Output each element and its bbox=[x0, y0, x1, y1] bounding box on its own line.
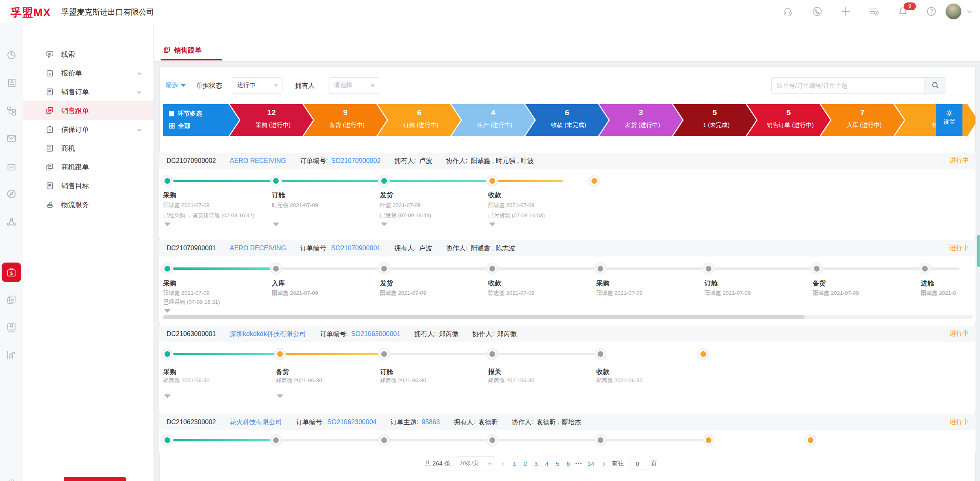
select-all-row[interactable]: 全部 bbox=[169, 122, 190, 130]
prev-page-button[interactable]: ‹ bbox=[501, 459, 505, 468]
timeline-node-1[interactable] bbox=[163, 265, 171, 273]
search-button[interactable] bbox=[924, 77, 946, 94]
timeline-node-5[interactable] bbox=[596, 436, 604, 444]
order-no-link[interactable]: SO21062300004 bbox=[327, 419, 376, 426]
subject-link[interactable]: 95863 bbox=[422, 419, 440, 426]
sidebar-item-8[interactable]: 销售目标 bbox=[23, 176, 153, 195]
customer-link[interactable]: AERO RECEIVING bbox=[230, 157, 286, 165]
timeline-node-6[interactable] bbox=[699, 350, 707, 358]
timeline-node-2[interactable] bbox=[272, 177, 280, 185]
sidebar-item-4[interactable]: 销售跟单 bbox=[23, 101, 153, 120]
book-icon[interactable] bbox=[6, 322, 17, 333]
timeline-node-8[interactable] bbox=[921, 265, 929, 273]
chevron-down-icon[interactable] bbox=[966, 8, 977, 20]
timeline-node-7[interactable] bbox=[813, 265, 821, 273]
sidebar-item-5[interactable]: $信保订单 bbox=[23, 120, 153, 139]
headset-icon[interactable] bbox=[782, 6, 793, 17]
help-icon[interactable] bbox=[926, 6, 937, 17]
pipeline-multi-select[interactable]: 环节多选全部 bbox=[163, 104, 239, 136]
timeline-node-4[interactable] bbox=[488, 350, 496, 358]
timeline-node-5[interactable] bbox=[596, 265, 604, 273]
org-tree-icon[interactable] bbox=[6, 105, 17, 116]
pipeline-step-10[interactable]: 销售 bbox=[895, 104, 976, 136]
pipeline-step-9[interactable]: 7入库 (进行中) bbox=[821, 104, 904, 136]
bell-icon[interactable]: 9 bbox=[897, 6, 909, 17]
page-number-1[interactable]: 1 bbox=[511, 460, 518, 467]
search-input[interactable] bbox=[771, 77, 925, 94]
customer-link[interactable]: 花火科技有限公司 bbox=[230, 418, 282, 427]
timeline-node-4[interactable] bbox=[488, 265, 496, 273]
page-number-14[interactable]: 14 bbox=[585, 460, 596, 467]
expand-arrow-icon[interactable] bbox=[273, 223, 279, 226]
timeline-node-1[interactable] bbox=[163, 350, 171, 358]
sidebar-item-3[interactable]: 销售订单 bbox=[23, 82, 153, 101]
page-number-4[interactable]: 4 bbox=[543, 460, 550, 467]
brand-logo[interactable]: 孚盟MX bbox=[11, 5, 51, 20]
pipeline-step-7[interactable]: 51 (未完成) bbox=[673, 104, 756, 136]
owner-select[interactable]: 请选择 bbox=[329, 77, 379, 94]
timeline-node-3[interactable] bbox=[380, 265, 388, 273]
next-page-button[interactable]: › bbox=[602, 459, 606, 468]
order-no-link[interactable]: SO21070900001 bbox=[331, 245, 380, 252]
expand-arrow-icon[interactable] bbox=[381, 223, 387, 226]
mail-icon[interactable] bbox=[6, 133, 17, 144]
pipeline-step-2[interactable]: 9备货 (进行中) bbox=[304, 104, 387, 136]
phone-icon[interactable] bbox=[811, 6, 823, 17]
sidebar-item-7[interactable]: 商机跟单 bbox=[23, 158, 153, 176]
timeline-node-4[interactable] bbox=[488, 436, 496, 444]
order-no-link[interactable]: SO21070900002 bbox=[331, 157, 380, 165]
goto-page-input[interactable] bbox=[630, 457, 645, 470]
page-ellipsis[interactable]: ••• bbox=[575, 461, 582, 467]
page-number-3[interactable]: 3 bbox=[532, 460, 540, 467]
timeline-node-6[interactable] bbox=[704, 265, 713, 273]
customer-link[interactable]: AERO RECEIVING bbox=[230, 245, 286, 252]
sales-briefcase-icon-active[interactable]: $ bbox=[2, 263, 21, 282]
checkbox-icon[interactable] bbox=[169, 111, 174, 116]
sidebar-item-1[interactable]: 线索 bbox=[23, 45, 153, 64]
pipeline-step-5[interactable]: 6收款 (未完成) bbox=[525, 104, 609, 136]
timeline-node-6[interactable] bbox=[704, 436, 713, 444]
plus-icon[interactable] bbox=[840, 6, 851, 17]
timeline-node-2[interactable] bbox=[276, 350, 284, 358]
page-number-2[interactable]: 2 bbox=[522, 460, 529, 467]
order-no-link[interactable]: SO21063000001 bbox=[351, 330, 400, 338]
timeline-node-3[interactable] bbox=[380, 177, 388, 185]
pipeline-step-6[interactable]: 3发货 (进行中) bbox=[599, 104, 682, 136]
settings-gear-icon[interactable] bbox=[6, 478, 17, 481]
pipeline-step-8[interactable]: 5销售订单 (进行中) bbox=[747, 104, 830, 136]
timeline-node-2[interactable] bbox=[272, 265, 280, 273]
timeline-node-3[interactable] bbox=[380, 436, 388, 444]
timeline-node-3[interactable] bbox=[380, 350, 388, 358]
pie-chart-icon[interactable] bbox=[6, 50, 17, 60]
documents-icon[interactable] bbox=[6, 294, 17, 305]
expand-arrow-icon[interactable] bbox=[277, 394, 283, 398]
customer-link[interactable]: 深圳kdkdkdk科技有限公司 bbox=[230, 330, 306, 338]
sidebar-item-6[interactable]: 商机 bbox=[23, 139, 153, 158]
status-select[interactable]: 进行中 bbox=[232, 77, 282, 94]
sidebar-item-9[interactable]: 物流服务 bbox=[23, 195, 153, 214]
filter-toggle[interactable]: 筛选 bbox=[165, 81, 186, 90]
horizontal-scrollbar[interactable] bbox=[162, 315, 973, 319]
page-number-5[interactable]: 5 bbox=[554, 460, 561, 467]
pipeline-step-3[interactable]: 6订舱 (进行中) bbox=[378, 104, 461, 136]
address-book-icon[interactable] bbox=[6, 78, 17, 88]
timeline-node-7[interactable] bbox=[807, 436, 815, 444]
user-avatar[interactable] bbox=[945, 3, 962, 20]
timeline-node-1[interactable] bbox=[163, 436, 171, 444]
horizontal-scrollbar-thumb[interactable] bbox=[163, 315, 805, 319]
vertical-scrollbar-thumb[interactable] bbox=[977, 235, 980, 267]
pipeline-step-1[interactable]: 12采购 (进行中) bbox=[230, 104, 313, 136]
shopping-bag-icon[interactable] bbox=[6, 161, 17, 171]
pipeline-step-4[interactable]: 4生产 (进行中) bbox=[451, 104, 535, 136]
page-size-select[interactable]: 20条/页 bbox=[456, 457, 495, 470]
share-network-icon[interactable] bbox=[6, 216, 17, 227]
recycle-bin-button[interactable]: 回收站 bbox=[64, 477, 126, 481]
expand-arrow-icon[interactable] bbox=[489, 223, 496, 226]
compass-icon[interactable] bbox=[6, 189, 17, 199]
timeline-node-5[interactable] bbox=[590, 177, 598, 185]
sidebar-item-2[interactable]: $报价单 bbox=[23, 64, 153, 82]
multi-select-row[interactable]: 环节多选 bbox=[169, 110, 202, 118]
page-number-6[interactable]: 6 bbox=[564, 460, 572, 467]
timeline-node-1[interactable] bbox=[163, 177, 171, 185]
history-icon[interactable] bbox=[869, 6, 880, 17]
